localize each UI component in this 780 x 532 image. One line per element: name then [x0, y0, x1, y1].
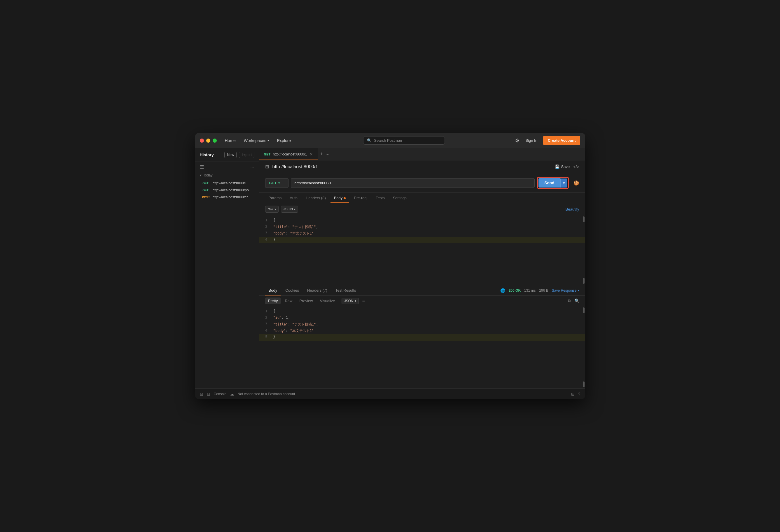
resp-tab-preview[interactable]: Preview	[296, 297, 315, 304]
method-selector[interactable]: GET ▾	[265, 178, 289, 188]
settings-icon[interactable]: ⚙	[515, 137, 520, 144]
scrollbar-vertical[interactable]	[583, 307, 585, 313]
main-area: History New Import ☰ ··· ▾ Today GET htt…	[195, 148, 585, 388]
sidebar-header: History New Import	[195, 148, 259, 162]
code-line: 1 {	[259, 308, 585, 315]
line-number: 2	[259, 315, 271, 320]
line-content: {	[271, 308, 278, 314]
format-chevron-icon: ▾	[275, 208, 276, 211]
line-content: "body": "本文テスト1"	[271, 328, 316, 334]
code-line: 3 "body": "本文テスト1"	[259, 230, 585, 237]
more-options-icon[interactable]: ···	[250, 164, 254, 170]
console-icon[interactable]: ⊟	[207, 392, 210, 396]
tab-more-icon[interactable]: ···	[326, 152, 329, 157]
scrollbar-horizontal[interactable]	[583, 278, 585, 284]
list-item[interactable]: GET http://localhost:8000/posts	[200, 187, 254, 194]
new-tab-icon[interactable]: +	[320, 151, 324, 157]
layout-icon[interactable]: ⊡	[200, 392, 203, 396]
line-number: 5	[259, 334, 271, 339]
code-icon[interactable]: </>	[573, 164, 579, 169]
list-item[interactable]: POST http://localhost:8000/createPost	[200, 194, 254, 201]
response-tab-test-results[interactable]: Test Results	[332, 285, 360, 295]
resp-tab-raw[interactable]: Raw	[282, 297, 295, 304]
send-dropdown-button[interactable]: ▾	[560, 179, 567, 188]
connection-status: Not connected to a Postman account	[238, 392, 295, 396]
tab-prereq[interactable]: Pre-req.	[350, 193, 371, 203]
send-btn-container: Send ▾	[537, 177, 569, 189]
response-tabs: Body Cookies Headers (7) Test Results 🌐 …	[259, 285, 585, 296]
tab-method: GET	[264, 152, 271, 156]
scrollbar-vertical[interactable]	[583, 216, 585, 222]
scrollbar-horizontal[interactable]	[583, 382, 585, 387]
cookies-icon[interactable]: 🍪	[574, 180, 579, 186]
today-group-header[interactable]: ▾ Today	[200, 173, 254, 177]
expand-icon[interactable]: ⊞	[571, 392, 575, 396]
nav-explore[interactable]: Explore	[275, 137, 293, 144]
copy-icon[interactable]: ⧉	[568, 298, 571, 303]
app-window: Home Workspaces ▾ Explore 🔍 Search Postm…	[195, 133, 585, 399]
response-format-selector[interactable]: JSON ▾	[342, 298, 359, 304]
format-selector-raw[interactable]: raw ▾	[265, 206, 279, 212]
tab-active[interactable]: GET http://localhost:8000/1 ✕	[259, 148, 318, 160]
sidebar-title: History	[200, 152, 214, 157]
url-input[interactable]	[291, 178, 535, 188]
line-content: }	[271, 237, 278, 242]
save-response-button[interactable]: Save Response ▾	[552, 288, 579, 293]
code-line: 2 "title": "テスト投稿1",	[259, 224, 585, 230]
line-content: "title": "テスト投稿1",	[271, 224, 321, 230]
nav-home[interactable]: Home	[223, 137, 238, 144]
tab-params[interactable]: Params	[265, 193, 285, 203]
close-button[interactable]	[200, 139, 204, 143]
method-badge-post: POST	[201, 195, 210, 199]
nav-workspaces[interactable]: Workspaces ▾	[242, 137, 271, 144]
line-number: 3	[259, 230, 271, 236]
beautify-button[interactable]: Beautify	[566, 207, 579, 211]
create-account-button[interactable]: Create Account	[543, 136, 581, 145]
console-label[interactable]: Console	[214, 392, 227, 396]
request-header: ⊞ http://localhost:8000/1 💾 Save </>	[259, 160, 585, 173]
line-number: 1	[259, 308, 271, 314]
maximize-button[interactable]	[213, 139, 217, 143]
format-selector-json[interactable]: JSON ▾	[281, 206, 298, 212]
request-panel: ⊞ http://localhost:8000/1 💾 Save </> GET	[259, 160, 585, 388]
list-item[interactable]: GET http://localhost:8000/1	[200, 180, 254, 187]
tab-settings[interactable]: Settings	[389, 193, 410, 203]
import-button[interactable]: Import	[239, 152, 254, 158]
extra-icons: 🍪	[574, 180, 579, 186]
response-body-tabs: Pretty Raw Preview Visualize JSON ▾ ≡ ⧉ …	[259, 296, 585, 306]
request-tabs: Params Auth Headers (8) Body Pre-req. Te…	[259, 193, 585, 203]
signin-button[interactable]: Sign In	[523, 137, 539, 144]
new-button[interactable]: New	[224, 152, 237, 158]
search-response-icon[interactable]: 🔍	[574, 298, 579, 303]
resp-tab-pretty[interactable]: Pretty	[265, 297, 281, 304]
response-format-chevron-icon: ▾	[355, 299, 356, 302]
send-chevron-icon: ▾	[563, 181, 565, 185]
globe-icon: 🌐	[500, 288, 505, 293]
line-number: 3	[259, 322, 271, 327]
language-chevron-icon: ▾	[294, 208, 295, 211]
tab-body[interactable]: Body	[331, 193, 349, 203]
response-tab-headers[interactable]: Headers (7)	[304, 285, 331, 295]
line-number: 4	[259, 237, 271, 242]
tab-close-icon[interactable]: ✕	[309, 152, 313, 157]
editor-toolbar: raw ▾ JSON ▾ Beautify	[259, 203, 585, 215]
workspaces-chevron-icon: ▾	[267, 139, 269, 142]
search-bar[interactable]: 🔍 Search Postman	[363, 136, 445, 145]
request-body-editor[interactable]: 1 { 2 "title": "テスト投稿1", 3 "b	[259, 215, 585, 285]
save-button[interactable]: 💾 Save	[555, 164, 570, 169]
content-area: GET http://localhost:8000/1 ✕ + ··· ⊞ ht…	[259, 148, 585, 388]
resp-tab-visualize[interactable]: Visualize	[317, 297, 338, 304]
filter-icon[interactable]: ☰	[200, 164, 204, 170]
help-icon[interactable]: ?	[578, 392, 581, 396]
response-body-viewer: 1 { 2 "id": 1, 3 "title": "テス	[259, 306, 585, 388]
tab-headers[interactable]: Headers (8)	[302, 193, 329, 203]
response-tab-body[interactable]: Body	[265, 285, 281, 295]
tab-tests[interactable]: Tests	[372, 193, 388, 203]
bottom-bar: ⊡ ⊟ Console ☁ Not connected to a Postman…	[195, 388, 585, 399]
tab-auth[interactable]: Auth	[286, 193, 301, 203]
minimize-button[interactable]	[206, 139, 210, 143]
today-chevron-icon: ▾	[200, 173, 202, 177]
word-wrap-icon[interactable]: ≡	[362, 298, 365, 304]
response-tab-cookies[interactable]: Cookies	[282, 285, 302, 295]
send-button[interactable]: Send	[538, 178, 560, 188]
